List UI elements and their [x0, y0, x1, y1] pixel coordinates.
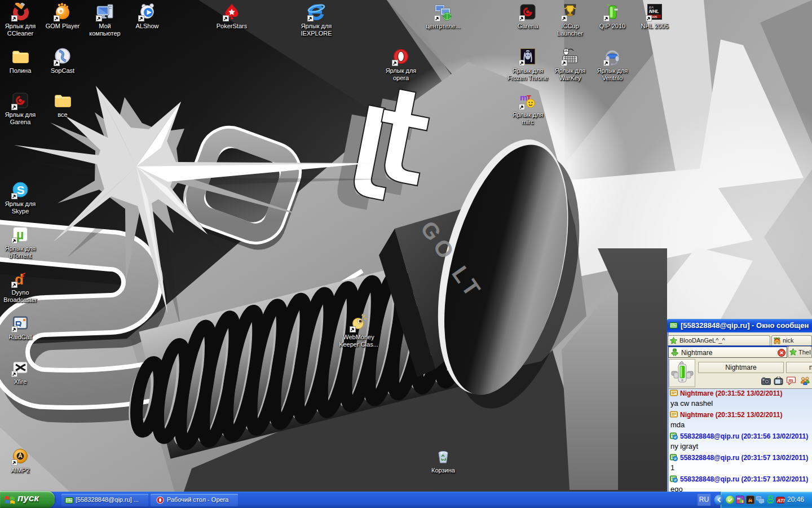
svg-text:qip: qip [769, 501, 773, 503]
svg-text:NHL: NHL [649, 8, 659, 14]
svg-text:m: m [737, 497, 740, 500]
svg-text:ATI: ATI [776, 498, 785, 503]
svg-text:m: m [789, 378, 793, 383]
svg-text:S: S [17, 183, 25, 196]
